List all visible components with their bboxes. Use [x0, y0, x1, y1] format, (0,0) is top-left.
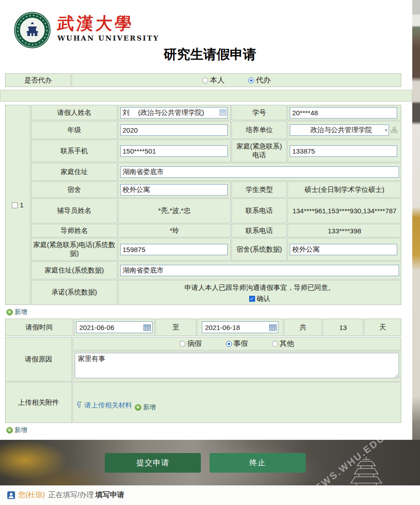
- total-label: 共: [284, 319, 322, 336]
- paperclip-icon: [76, 402, 82, 409]
- page-title: 研究生请假申请: [0, 46, 420, 64]
- home-tel-cell: [287, 139, 401, 162]
- end-date-cell: 2021-06-18: [197, 319, 283, 336]
- plus-icon: +: [6, 309, 13, 315]
- personal-radio[interactable]: [226, 341, 232, 347]
- org-picker-icon[interactable]: [391, 127, 398, 134]
- status-task: 填写申请: [95, 490, 124, 500]
- proxy-table: 是否代办 本人 代办: [5, 73, 402, 88]
- proxy-option-agent[interactable]: 代办: [248, 76, 271, 85]
- confirm-label: 确认: [257, 294, 271, 303]
- plus-icon: +: [6, 427, 13, 433]
- grade-cell: [118, 121, 231, 139]
- start-date-input[interactable]: 2021-06-06: [76, 321, 153, 333]
- wuhan-university-emblem-icon: [14, 11, 51, 49]
- clear-unit-icon[interactable]: ×: [384, 127, 388, 134]
- sick-radio[interactable]: [179, 341, 185, 347]
- user-icon: [7, 491, 15, 499]
- sys-dorm-input[interactable]: [290, 244, 397, 255]
- days-unit-label: 天: [364, 319, 401, 336]
- start-date-cell: 2021-06-06: [74, 319, 155, 336]
- address-cell: [118, 163, 401, 181]
- row-select-cell: 1: [5, 105, 31, 305]
- self-radio[interactable]: [202, 77, 208, 83]
- applicant-table: 1 请假人姓名 学号 年级: [5, 104, 402, 305]
- add-section-button[interactable]: + 新增: [6, 426, 27, 434]
- proxy-option-self[interactable]: 本人: [202, 76, 225, 85]
- mobile-input[interactable]: [120, 145, 228, 157]
- personal-radio-label: 事假: [234, 339, 248, 349]
- add-attachment-button[interactable]: + 新增: [135, 403, 156, 412]
- unit-input[interactable]: [290, 124, 389, 136]
- student-id-cell: [287, 105, 401, 120]
- sick-radio-label: 病假: [187, 339, 202, 349]
- date-to-label: 至: [155, 319, 196, 336]
- leave-time-table: 请假时间 2021-06-06 至 2021-06-18: [5, 318, 402, 336]
- reason-text-cell: 家里有事: [72, 351, 401, 381]
- leave-type-personal[interactable]: 事假: [226, 339, 248, 349]
- terminate-button[interactable]: 终止: [210, 453, 306, 473]
- end-date-input[interactable]: 2021-06-18: [202, 321, 278, 333]
- university-name-en: WUHAN UNIVERSITY: [57, 34, 159, 42]
- counselor-value: *亮,*波,*忠: [118, 198, 231, 223]
- sys-address-label: 家庭住址(系统数据): [31, 261, 118, 279]
- add-applicant-button[interactable]: + 新增: [6, 308, 27, 316]
- address-label: 家庭住址: [31, 163, 118, 181]
- university-name: 武漢大學 WUHAN UNIVERSITY: [57, 14, 159, 42]
- total-days-value: 13: [323, 319, 364, 336]
- sys-address-cell: [118, 261, 401, 279]
- spacer-strip: [0, 90, 412, 102]
- agent-radio-label: 代办: [256, 76, 271, 85]
- agent-radio[interactable]: [248, 77, 254, 83]
- grade-label: 年级: [31, 121, 118, 139]
- unit-cell: ×: [287, 121, 401, 139]
- leave-application-page: 武漢大學 WUHAN UNIVERSITY 研究生请假申请 是否代办 本人 代办: [0, 0, 420, 505]
- attachment-label: 上传相关附件: [5, 382, 72, 423]
- row-select-checkbox[interactable]: [12, 202, 18, 208]
- sys-dorm-label: 宿舍(系统数据): [231, 238, 287, 261]
- submit-button[interactable]: 提交申请: [105, 453, 201, 473]
- university-header: 武漢大學 WUHAN UNIVERSITY: [0, 0, 420, 40]
- leave-type-other[interactable]: 其他: [272, 339, 294, 349]
- address-input[interactable]: [120, 166, 399, 178]
- current-user: 您(杜琼): [18, 490, 45, 500]
- grade-input[interactable]: [120, 124, 228, 136]
- background-photo-edge: [412, 0, 420, 440]
- sys-tel-label: 家庭(紧急联系)电话(系统数据): [31, 238, 118, 261]
- leave-type-cell: 病假 事假 其他: [72, 337, 401, 350]
- status-bar: 您(杜琼) 正在填写/办理 填写申请: [0, 485, 420, 505]
- other-radio[interactable]: [272, 341, 278, 347]
- tutor-tel-label: 联系电话: [231, 224, 287, 237]
- add-applicant-label: 新增: [15, 308, 27, 316]
- tutor-value: *玲: [118, 224, 231, 237]
- proxy-label: 是否代办: [5, 73, 71, 87]
- name-input[interactable]: [120, 107, 228, 119]
- reason-table: 请假原因 病假 事假 其他 家里有事 上传: [5, 336, 402, 423]
- upload-material-link[interactable]: 请上传相关材料: [76, 401, 132, 410]
- proxy-options-cell: 本人 代办: [72, 73, 401, 87]
- promise-label: 承诺(系统数据): [31, 280, 118, 305]
- select-person-icon[interactable]: [220, 109, 226, 116]
- dorm-label: 宿舍: [31, 181, 118, 198]
- home-tel-label: 家庭(紧急联系)电话: [231, 139, 287, 162]
- dorm-input[interactable]: [120, 184, 228, 196]
- sys-tel-input[interactable]: [120, 244, 228, 255]
- calendar-icon[interactable]: [269, 324, 277, 331]
- calendar-icon[interactable]: [143, 324, 151, 331]
- dorm-cell: [118, 181, 231, 198]
- counselor-tel-label: 联系电话: [231, 198, 287, 223]
- home-tel-input[interactable]: [290, 145, 397, 157]
- promise-cell: 申请人本人已跟导师沟通请假事宜，导师已同意。 确认: [118, 280, 401, 305]
- counselor-tel-value: 134****961,153****930,134****787: [287, 198, 401, 223]
- reason-textarea[interactable]: 家里有事: [75, 353, 399, 378]
- sys-tel-cell: [118, 238, 231, 261]
- self-radio-label: 本人: [210, 76, 225, 85]
- add-attachment-label: 新增: [143, 403, 156, 412]
- status-text: 正在填写/办理: [48, 490, 94, 500]
- unit-label: 培养单位: [231, 121, 287, 139]
- student-type-label: 学生类型: [231, 181, 287, 198]
- sys-address-input[interactable]: [120, 265, 399, 276]
- leave-type-sick[interactable]: 病假: [179, 339, 202, 349]
- student-id-input[interactable]: [290, 107, 397, 119]
- confirm-checkbox[interactable]: [249, 296, 255, 302]
